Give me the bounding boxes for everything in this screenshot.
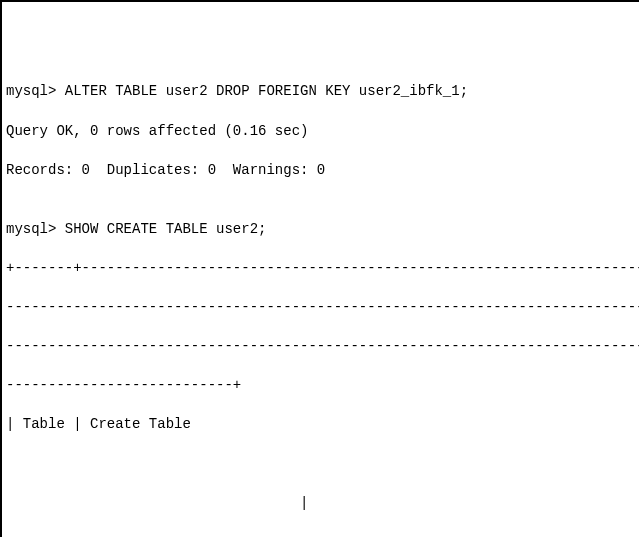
mysql-prompt: mysql> — [6, 221, 65, 237]
header-filler: | — [6, 494, 635, 514]
table-sep: ----------------------------------------… — [6, 298, 635, 318]
table-sep: +-------+-------------------------------… — [6, 533, 635, 537]
mysql-cmd-line-1: mysql> ALTER TABLE user2 DROP FOREIGN KE… — [6, 82, 635, 102]
table-header-row: | Table | Create Table — [6, 415, 635, 435]
table-sep: +-------+-------------------------------… — [6, 259, 635, 279]
table-sep: ---------------------------+ — [6, 376, 635, 396]
query-result-line: Query OK, 0 rows affected (0.16 sec) — [6, 122, 635, 142]
show-create-command: SHOW CREATE TABLE user2; — [65, 221, 267, 237]
records-line: Records: 0 Duplicates: 0 Warnings: 0 — [6, 161, 635, 181]
mysql-cmd-line-2: mysql> SHOW CREATE TABLE user2; — [6, 220, 635, 240]
table-sep: ----------------------------------------… — [6, 337, 635, 357]
alter-command: ALTER TABLE user2 DROP FOREIGN KEY user2… — [65, 83, 468, 99]
mysql-prompt: mysql> — [6, 83, 65, 99]
